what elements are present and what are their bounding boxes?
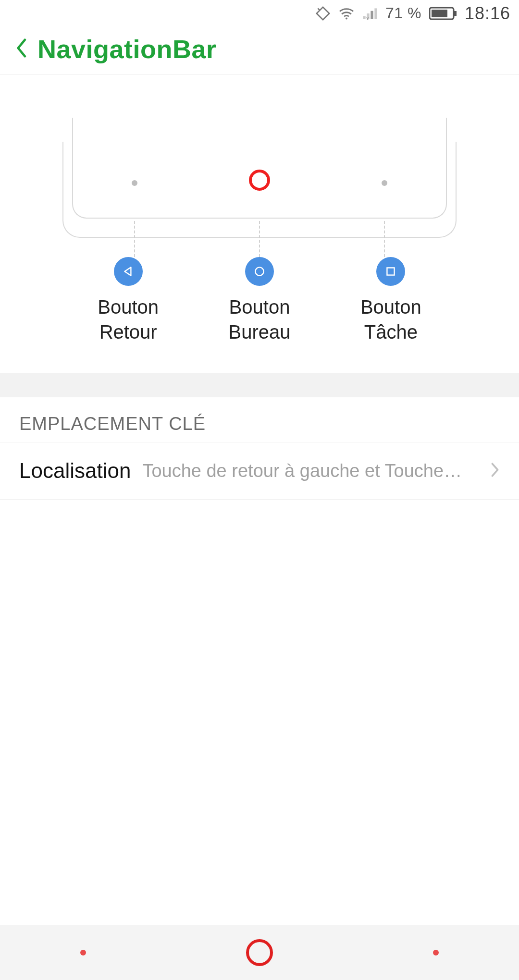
localisation-row[interactable]: Localisation Touche de retour à gauche e… (0, 442, 519, 500)
signal-icon: x (362, 7, 378, 20)
home-circle-icon (245, 257, 274, 286)
row-value: Touche de retour à gauche et Touche… (142, 461, 479, 481)
phone-outline-inner (72, 118, 447, 219)
title-bar: NavigationBar (0, 26, 519, 74)
section-header-key-location: EMPLACEMENT CLÉ (0, 397, 519, 442)
section-gap (0, 373, 519, 397)
button-label: Bouton (80, 294, 176, 319)
preview-button-back: Bouton Retour (80, 257, 176, 344)
preview-button-home: Bouton Bureau (211, 257, 308, 344)
button-label: Tâche (343, 319, 439, 344)
nav-home-ring[interactable] (246, 939, 273, 966)
svg-text:x: x (366, 15, 369, 20)
battery-icon (429, 6, 457, 21)
svg-rect-8 (454, 11, 457, 16)
svg-point-11 (255, 267, 263, 275)
button-label: Retour (80, 319, 176, 344)
wifi-icon (338, 7, 355, 20)
svg-rect-5 (374, 8, 377, 19)
navbar-preview: Bouton Retour Bouton Bureau (0, 74, 519, 373)
status-bar: x 71 % 18:16 (0, 0, 519, 26)
dash-line (134, 221, 135, 257)
button-label: Bureau (211, 319, 308, 344)
preview-home-ring (249, 170, 270, 191)
rotate-lock-icon (315, 6, 331, 21)
svg-point-1 (346, 17, 347, 19)
svg-rect-12 (387, 268, 395, 275)
svg-marker-10 (124, 267, 131, 275)
nav-recents-dot[interactable] (433, 950, 439, 956)
back-icon[interactable] (14, 37, 28, 61)
preview-button-recents: Bouton Tâche (343, 257, 439, 344)
svg-rect-9 (432, 10, 447, 17)
nav-back-dot[interactable] (80, 950, 86, 956)
battery-percent: 71 % (385, 4, 421, 22)
system-navbar (0, 925, 519, 980)
status-clock: 18:16 (465, 3, 510, 24)
preview-dot (132, 180, 137, 186)
svg-rect-4 (371, 11, 373, 19)
dash-line (259, 221, 260, 257)
recents-square-icon (376, 257, 405, 286)
button-label: Bouton (343, 294, 439, 319)
back-triangle-icon (114, 257, 143, 286)
chevron-right-icon (490, 462, 500, 480)
dash-line (384, 221, 385, 257)
page-title: NavigationBar (37, 34, 217, 64)
section-header-label: EMPLACEMENT CLÉ (19, 414, 206, 434)
preview-dot (382, 180, 387, 186)
button-label: Bouton (211, 294, 308, 319)
row-label: Localisation (19, 459, 131, 483)
svg-rect-2 (363, 16, 365, 19)
